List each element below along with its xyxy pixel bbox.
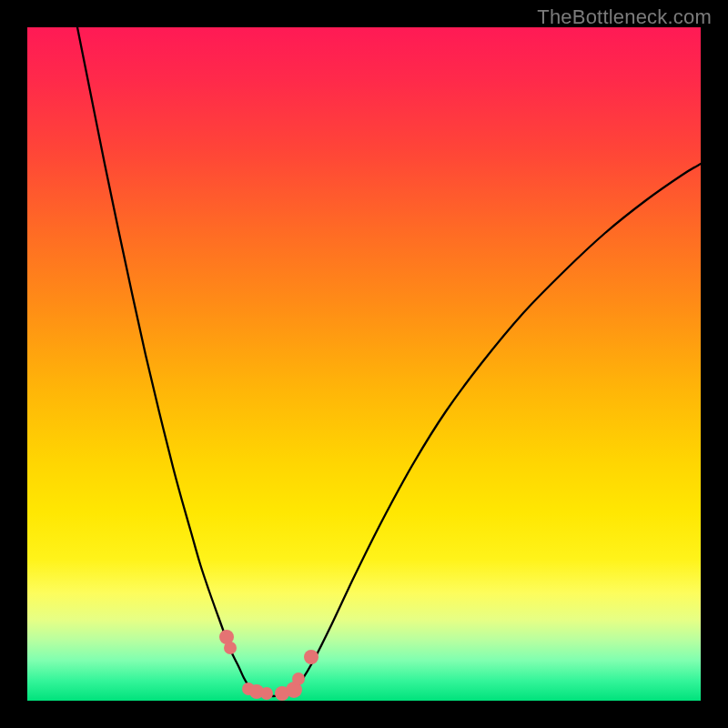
chart-frame: TheBottleneck.com — [0, 0, 728, 728]
watermark-text: TheBottleneck.com — [537, 5, 712, 29]
data-marker — [260, 687, 273, 700]
series-right-curve — [291, 164, 701, 694]
series-left-curve — [77, 27, 255, 694]
curves-svg — [27, 27, 701, 701]
data-marker — [292, 672, 305, 685]
data-marker — [224, 642, 237, 654]
plot-area — [27, 27, 701, 701]
data-marker — [304, 650, 318, 664]
